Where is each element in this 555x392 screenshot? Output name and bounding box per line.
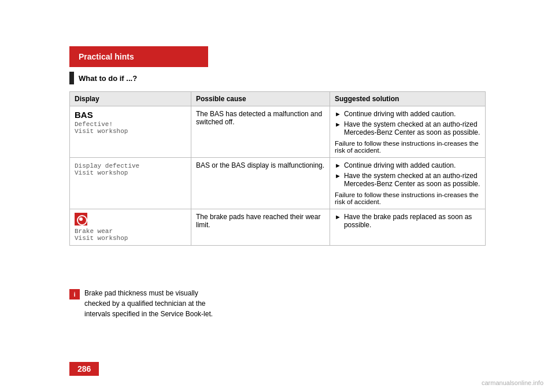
display-cell-3: Brake wearVisit workshop xyxy=(70,209,191,246)
brake-wear-icon xyxy=(75,213,87,225)
col-header-possible: Possible cause xyxy=(191,92,330,106)
display-sub-3: Brake wearVisit workshop xyxy=(75,228,186,242)
suggested-cell-2: ► Continue driving with added caution. ►… xyxy=(330,158,486,209)
main-table: Display Possible cause Suggested solutio… xyxy=(69,91,486,246)
bullet-arrow-icon: ► xyxy=(335,172,341,179)
bullet-item: ► Continue driving with added caution. xyxy=(335,110,480,118)
display-cell-1: BAS Defective!Visit workshop xyxy=(70,106,191,158)
bullet-text: Have the system checked at an autho-rize… xyxy=(344,172,480,188)
suggested-cell-3: ► Have the brake pads replaced as soon a… xyxy=(330,209,486,246)
section-title: What to do if ...? xyxy=(79,74,137,83)
failure-note: Failure to follow these instructions in-… xyxy=(335,191,480,205)
page-title: Practical hints xyxy=(79,52,134,61)
note-icon: i xyxy=(69,289,80,299)
col-header-display: Display xyxy=(70,92,191,106)
possible-cell-1: The BAS has detected a malfunction and s… xyxy=(191,106,330,158)
display-sub-2: Display defectiveVisit workshop xyxy=(75,162,186,176)
bullet-arrow-icon: ► xyxy=(335,213,341,220)
bullet-text: Continue driving with added caution. xyxy=(344,110,480,118)
table-row: Brake wearVisit workshop The brake pads … xyxy=(70,209,486,246)
table-row: Display defectiveVisit workshop BAS or t… xyxy=(70,158,486,209)
possible-text-3: The brake pads have reached their wear l… xyxy=(196,213,320,229)
bas-label: BAS xyxy=(75,110,93,120)
header-banner: Practical hints xyxy=(69,46,208,67)
possible-text-1: The BAS has detected a malfunction and s… xyxy=(196,110,322,126)
note-box: i Brake pad thickness must be visually c… xyxy=(69,288,220,319)
bullet-arrow-icon: ► xyxy=(335,162,341,169)
bullet-item: ► Have the system checked at an autho-ri… xyxy=(335,172,480,188)
bullet-item: ► Continue driving with added caution. xyxy=(335,161,480,169)
bullet-arrow-icon: ► xyxy=(335,110,341,117)
note-text: Brake pad thickness must be visually che… xyxy=(84,288,220,319)
possible-cell-2: BAS or the BAS display is malfunctioning… xyxy=(191,158,330,209)
table-row: BAS Defective!Visit workshop The BAS has… xyxy=(70,106,486,158)
page-container: Practical hints What to do if ...? Displ… xyxy=(0,0,555,392)
bullet-item: ► Have the system checked at an autho-ri… xyxy=(335,120,480,136)
possible-text-2: BAS or the BAS display is malfunctioning… xyxy=(196,161,324,169)
page-number: 286 xyxy=(69,362,99,376)
watermark: carmanualsonline.info xyxy=(482,379,543,386)
bullet-text: Have the brake pads replaced as soon as … xyxy=(344,213,480,229)
bullet-arrow-icon: ► xyxy=(335,121,341,128)
section-marker: What to do if ...? xyxy=(69,72,137,84)
suggested-cell-1: ► Continue driving with added caution. ►… xyxy=(330,106,486,158)
failure-note: Failure to follow these instructions in-… xyxy=(335,140,480,154)
bullet-text: Continue driving with added caution. xyxy=(344,161,480,169)
possible-cell-3: The brake pads have reached their wear l… xyxy=(191,209,330,246)
section-bar-icon xyxy=(69,72,74,84)
bullet-text: Have the system checked at an autho-rize… xyxy=(344,120,480,136)
display-cell-2: Display defectiveVisit workshop xyxy=(70,158,191,209)
col-header-suggested: Suggested solution xyxy=(330,92,486,106)
bullet-item: ► Have the brake pads replaced as soon a… xyxy=(335,213,480,229)
display-sub-1: Defective!Visit workshop xyxy=(75,121,186,135)
